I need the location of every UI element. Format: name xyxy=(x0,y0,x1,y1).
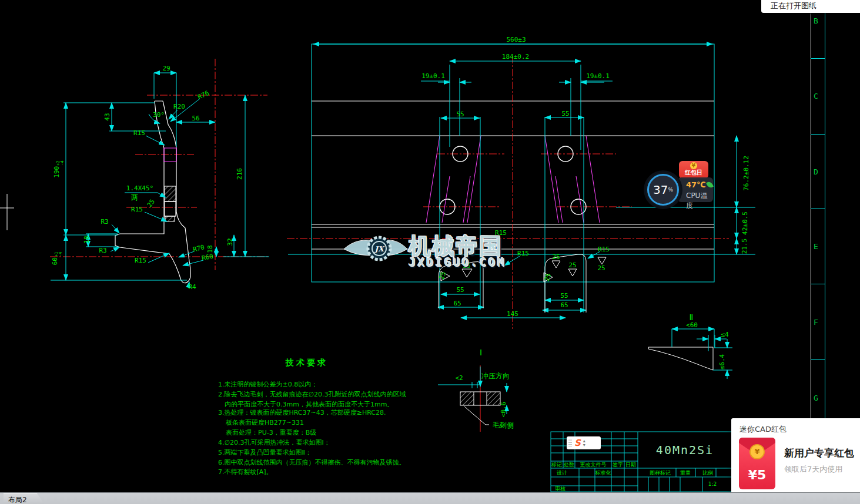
badge-label: 红包日 xyxy=(679,169,708,176)
zone-letter-d: D xyxy=(814,167,818,176)
tb-header-sign: 签字 xyxy=(613,461,623,469)
red-packet-headline: 新用户专享红包 xyxy=(784,446,854,460)
gold-coin-icon: ¥ xyxy=(749,444,765,459)
cpu-temp-value: 47℃ xyxy=(686,180,706,189)
cpu-temp-label: CPU温度 xyxy=(686,191,713,211)
tech-req-line: 表面处理：PU-3，重要度：B级 xyxy=(226,429,316,436)
svg-text:JX: JX xyxy=(374,245,386,253)
cpu-widget[interactable]: ¥ 红包日 47℃ CPU温度 37% xyxy=(645,159,716,209)
dim-le0.6: <0.6 xyxy=(500,402,507,418)
zone-letter-c: C xyxy=(814,92,818,100)
spinner-arrows-icon[interactable]: ▴▾ xyxy=(583,439,585,447)
dim-55-lower-right: 55 xyxy=(560,293,568,299)
dim-55-upper-left: 55 xyxy=(456,111,464,117)
tb-scale-value: 1:2 xyxy=(708,481,717,487)
dim-r15-upper: R15 xyxy=(133,130,145,136)
cpu-usage-gauge[interactable]: 37% xyxy=(645,172,681,207)
tech-req-line: 3.热处理：锻表面的硬度HRC37~43，芯部硬度≥HRC28. xyxy=(218,409,386,416)
detail-1-label: Ⅰ xyxy=(480,350,482,356)
tech-req-line: 2.除去飞边毛刺，无残留痕迹在∅20.3孔附近的双点划线内的区域 xyxy=(218,391,406,398)
tb-header-changefile: 更改文件号 xyxy=(580,461,607,469)
tb-header-count: 处数 xyxy=(564,461,574,469)
dim-21.5: 21.5 xyxy=(741,238,748,254)
red-packet-day-badge[interactable]: ¥ 红包日 xyxy=(679,161,708,179)
red-packet-note: 领取后7天内使用 xyxy=(784,464,842,475)
dim-chamfer: 1.4X45° xyxy=(126,185,153,191)
cpu-usage-value: 37 xyxy=(653,183,668,197)
cpu-temp-panel: 47℃ CPU温度 xyxy=(678,177,713,202)
drag-handle-icon[interactable] xyxy=(568,439,572,447)
dim-le6.4: ≤6.4 xyxy=(719,354,725,370)
dim-32: 32 xyxy=(227,238,233,246)
tb-ratio: 比例 xyxy=(702,469,713,477)
coin-icon: ¥ xyxy=(690,162,697,169)
dim-190-tol: 190+2-4 xyxy=(53,160,65,177)
dim-le4: ≤4 xyxy=(721,331,728,338)
red-packet-amount: ¥5 xyxy=(739,468,775,482)
detail-2-label: Ⅱ xyxy=(690,314,694,321)
dim-r15-foot: R15 xyxy=(135,257,146,264)
dim-r20: R20 xyxy=(173,103,185,110)
dim-r3-upper: R3 xyxy=(101,219,108,225)
red-packet-title: 迷你CAD红包 xyxy=(739,424,860,435)
dim-29: 29 xyxy=(162,65,170,72)
mini-toolbar[interactable]: S ▴▾ xyxy=(567,436,601,449)
tech-req-line: 6.图中双点划线范围内（无压痕）不得擦伤、不得有污物及锈蚀。 xyxy=(218,459,406,466)
dim-lt2: <2 xyxy=(455,375,463,381)
tech-req-line: 4.∅20.3孔可采用热冲法，要求如图Ⅰ； xyxy=(218,439,330,446)
dim-55-lower-left: 55 xyxy=(456,287,464,293)
red-envelope-icon[interactable]: ¥ ¥5 xyxy=(739,438,775,489)
cad-viewport: 29 R76 R20 43 30° 56 R15 190+2-4 216 1.4… xyxy=(0,0,860,504)
dim-184: 184±0.2 xyxy=(502,53,529,60)
cpu-usage-unit: % xyxy=(668,187,673,193)
rough-25-f: 25 xyxy=(597,265,605,271)
loading-toast: 正在打开图纸 xyxy=(761,0,860,13)
dim-42: 42±0.5 xyxy=(742,211,748,235)
red-packet-popup: 迷你CAD红包 ¥ ¥5 新用户专享红包 领取后7天内使用 xyxy=(731,418,860,497)
dim-18-right: 18 xyxy=(207,245,213,253)
app-s-logo-icon[interactable]: S xyxy=(574,438,581,448)
dim-216: 216 xyxy=(236,168,243,180)
dim-65-left: 65 xyxy=(453,300,461,307)
tech-req-line: 5.两端下垂及凸凹量要求如图Ⅱ； xyxy=(218,449,312,456)
leaf-icon xyxy=(706,181,714,189)
zone-letter-e: E xyxy=(814,242,818,251)
tb-header-date: 日期 xyxy=(625,461,636,469)
dim-r3-lower: R3 xyxy=(99,247,106,254)
zone-letter-g: G xyxy=(814,394,818,402)
tb-design: 设计 xyxy=(557,469,567,477)
layout-tab[interactable]: 布局2 xyxy=(4,493,45,504)
watermark-url: JXDIGUO.COM xyxy=(409,255,506,269)
dim-76.2: 76.2±0.12 xyxy=(743,156,749,191)
dim-r4: R4 xyxy=(188,284,196,290)
tb-standardize: 标准化 xyxy=(595,469,611,477)
tech-req-line: 板条表面硬度HB277~331 xyxy=(226,419,304,426)
watermark-logo-icon: JX xyxy=(343,227,409,273)
tech-req-line: 1.未注明的锻制公差为±0.8以内； xyxy=(218,381,317,388)
dim-560: 560±3 xyxy=(506,36,526,43)
zone-letter-f: F xyxy=(814,318,818,327)
material-spec: 40Mn2Si xyxy=(656,443,714,457)
dim-56: 56 xyxy=(192,115,199,122)
tech-req-line: 7.不得有裂纹[A]。 xyxy=(218,469,273,476)
dim-19-left: 19±0.1 xyxy=(421,73,445,79)
tb-audit: 审核 xyxy=(555,485,565,493)
rough-25-d: 25 xyxy=(568,262,576,268)
watermark: JX 机械帝国 JXDIGUO.COM xyxy=(343,227,537,274)
tb-drawing-mark: 图样标记 xyxy=(650,469,671,477)
tech-req-title: 技术要求 xyxy=(286,358,328,368)
dim-145: 145 xyxy=(507,311,518,317)
dim-lt60: <60 xyxy=(686,322,698,328)
zone-letter-b: B xyxy=(814,16,818,25)
dim-18-left: 18 xyxy=(83,236,90,243)
burr-side-label: 毛刺侧 xyxy=(493,422,514,429)
dim-30deg: 30° xyxy=(153,112,165,118)
loading-toast-text: 正在打开图纸 xyxy=(771,1,817,11)
layout-tab-label: 布局2 xyxy=(8,495,45,504)
dim-r15-mid: R15 xyxy=(131,206,143,213)
dim-19-right: 19±0.1 xyxy=(586,73,610,79)
dim-r15-tab-right: R15 xyxy=(598,246,610,253)
tech-req-line: 内的平面度不大于0.3mm，其他表面的面度不大于1mm。 xyxy=(225,401,393,408)
dim-60-tol: 60+1-4 xyxy=(52,252,63,266)
dim-55-upper-right: 55 xyxy=(561,110,569,117)
